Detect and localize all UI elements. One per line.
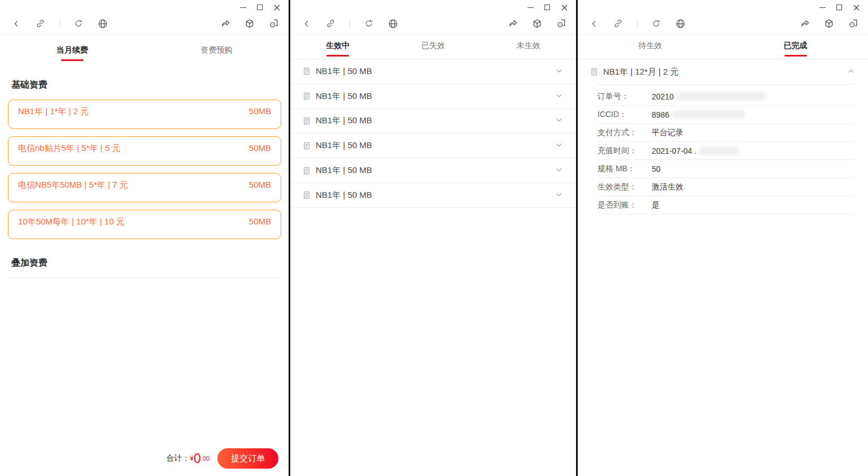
- package-row[interactable]: NB1年 | 50 MB: [290, 84, 576, 109]
- cube-icon[interactable]: [531, 18, 543, 29]
- active-tab-underline: [784, 55, 807, 57]
- chevron-down-icon[interactable]: [555, 115, 564, 126]
- cube-icon[interactable]: [823, 18, 835, 29]
- globe-icon[interactable]: [97, 18, 108, 29]
- field-row-spec-mb: 规格 MB： 50: [597, 160, 854, 178]
- tab-label: 资费预购: [200, 45, 232, 54]
- refresh-icon[interactable]: [364, 19, 374, 29]
- session-panel-icon[interactable]: [555, 18, 567, 29]
- field-value: 激活生效: [652, 182, 683, 192]
- document-icon: [303, 67, 311, 76]
- chevron-down-icon[interactable]: [555, 91, 564, 102]
- plan-spec: 50MB: [249, 180, 271, 202]
- section-divider: [9, 278, 280, 278]
- tab-pending[interactable]: 待生效: [578, 41, 723, 59]
- chevron-down-icon[interactable]: [555, 190, 564, 201]
- package-row[interactable]: NB1年 | 50 MB: [290, 109, 576, 134]
- tab-expired[interactable]: 已失效: [386, 41, 481, 59]
- document-icon: [303, 116, 311, 126]
- globe-icon[interactable]: [387, 18, 399, 29]
- back-icon[interactable]: [589, 19, 599, 29]
- tabbar: 待生效 已完成: [578, 35, 868, 59]
- chevron-down-icon[interactable]: [555, 66, 564, 77]
- plan-card[interactable]: 10年50M每年 | 10*年 | 10 元 50MB: [8, 210, 281, 239]
- field-row-iccid: ICCID： 8986: [597, 106, 854, 124]
- tab-label: 待生效: [639, 41, 662, 50]
- package-title: NB1年 | 50 MB: [316, 140, 372, 151]
- document-icon: [303, 191, 311, 200]
- refresh-icon[interactable]: [651, 19, 661, 29]
- minimize-icon[interactable]: [522, 2, 539, 12]
- cube-icon[interactable]: [244, 18, 255, 29]
- maximize-icon[interactable]: [251, 2, 268, 12]
- link-icon[interactable]: [613, 18, 623, 29]
- share-icon[interactable]: [800, 18, 811, 29]
- plan-card[interactable]: NB1年 | 1*年 | 2 元 50MB: [8, 99, 281, 129]
- session-panel-icon[interactable]: [847, 18, 859, 29]
- toolbar: [578, 12, 868, 35]
- field-row-payment-method: 支付方式： 平台记录: [597, 124, 854, 142]
- app-window-renewal: 当月续费 资费预购 基础资费 NB1年 | 1*年 | 2 元 50MB 电信n…: [0, 0, 289, 476]
- redaction-blur: [677, 92, 766, 101]
- tab-prepurchase[interactable]: 资费预购: [145, 45, 289, 63]
- package-row[interactable]: NB1年 | 50 MB: [290, 183, 576, 208]
- back-icon[interactable]: [302, 19, 312, 29]
- active-tab-underline: [61, 59, 84, 61]
- field-row-effect-type: 生效类型： 激活生效: [597, 178, 854, 196]
- share-icon[interactable]: [220, 18, 232, 29]
- field-value: 8986: [652, 110, 669, 119]
- tab-not-effective[interactable]: 未生效: [481, 41, 576, 59]
- refresh-icon[interactable]: [73, 19, 84, 29]
- tab-current-month-renewal[interactable]: 当月续费: [0, 45, 145, 63]
- plan-name: NB1年 | 1*年 | 2 元: [18, 106, 89, 128]
- document-icon: [303, 166, 311, 175]
- package-title: NB1年 | 50 MB: [316, 66, 372, 77]
- close-icon[interactable]: [268, 2, 285, 12]
- tab-label: 未生效: [517, 41, 540, 50]
- chevron-down-icon[interactable]: [555, 140, 564, 151]
- currency-symbol: ¥: [190, 455, 194, 462]
- chevron-down-icon[interactable]: [555, 165, 564, 176]
- submit-order-button[interactable]: 提交订单: [217, 448, 278, 469]
- package-row[interactable]: NB1年 | 50 MB: [290, 158, 576, 183]
- total-amount-fraction: .00: [201, 455, 210, 462]
- field-row-credited: 是否到账： 是: [597, 196, 854, 214]
- chevron-up-icon[interactable]: [847, 67, 856, 77]
- package-row[interactable]: NB1年 | 50 MB: [290, 59, 576, 84]
- link-icon[interactable]: [325, 18, 336, 29]
- minimize-icon[interactable]: [234, 2, 251, 12]
- order-detail-fields: 订单号： 20210 ICCID： 8986 支付方式： 平台记录 充值时间： …: [578, 85, 868, 214]
- active-tab-underline: [326, 55, 349, 57]
- field-label: 生效类型：: [597, 182, 652, 192]
- field-label: 充值时间：: [597, 146, 652, 156]
- package-title: NB1年 | 50 MB: [316, 190, 372, 201]
- order-header[interactable]: NB1年 | 12*月 | 2 元: [578, 59, 868, 84]
- package-row[interactable]: NB1年 | 50 MB: [290, 133, 576, 158]
- back-icon[interactable]: [11, 19, 21, 29]
- toolbar: [0, 12, 289, 35]
- tabbar: 当月续费 资费预购: [0, 35, 289, 67]
- session-panel-icon[interactable]: [268, 18, 280, 29]
- plan-card[interactable]: 电信NB5年50MB | 5*年 | 7 元 50MB: [8, 173, 281, 202]
- plan-name: 电信NB5年50MB | 5*年 | 7 元: [18, 180, 128, 202]
- plan-spec: 50MB: [249, 106, 271, 128]
- tab-completed[interactable]: 已完成: [723, 41, 868, 59]
- plan-card[interactable]: 电信nb贴片5年 | 5*年 | 5 元 50MB: [8, 136, 281, 166]
- link-icon[interactable]: [35, 18, 46, 29]
- share-icon[interactable]: [508, 18, 519, 29]
- titlebar: [578, 0, 868, 12]
- maximize-icon[interactable]: [831, 2, 848, 12]
- tab-active[interactable]: 生效中: [290, 41, 386, 59]
- field-row-order-number: 订单号： 20210: [597, 88, 854, 106]
- plan-spec: 50MB: [249, 143, 271, 165]
- field-value: 是: [652, 200, 660, 210]
- maximize-icon[interactable]: [539, 2, 556, 12]
- close-icon[interactable]: [848, 2, 865, 12]
- minimize-icon[interactable]: [814, 2, 831, 12]
- field-value: 平台记录: [652, 128, 683, 138]
- app-window-orders: 待生效 已完成 NB1年 | 12*月 | 2 元 订单号： 20210 ICC…: [578, 0, 868, 476]
- close-icon[interactable]: [556, 2, 573, 12]
- total-amount: 0: [194, 452, 201, 465]
- globe-icon[interactable]: [675, 18, 686, 29]
- tabbar: 生效中 已失效 未生效: [290, 35, 576, 59]
